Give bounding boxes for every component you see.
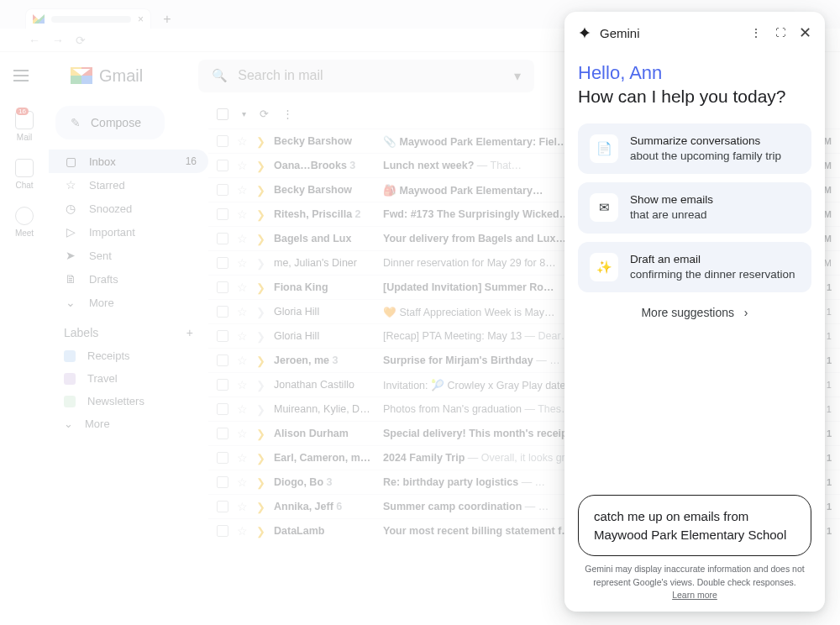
star-icon[interactable]: ☆ <box>237 475 248 489</box>
nav-back-icon[interactable]: ← <box>29 34 40 47</box>
rail-chat[interactable]: Chat <box>15 159 34 190</box>
row-checkbox[interactable] <box>217 233 228 244</box>
row-checkbox[interactable] <box>217 403 228 415</box>
sidebar-item-drafts[interactable]: 🗎Drafts <box>49 267 208 291</box>
row-checkbox[interactable] <box>217 428 228 439</box>
nav-icon: ☆ <box>64 178 77 192</box>
row-checkbox[interactable] <box>217 184 228 196</box>
row-checkbox[interactable] <box>217 355 228 366</box>
row-sender: me, Julian's Diner <box>274 257 375 269</box>
hamburger-menu-icon[interactable] <box>13 75 29 76</box>
suggestion-summarize[interactable]: 📄Summarize conversationsabout the upcomi… <box>578 123 811 174</box>
importance-marker[interactable]: ❯ <box>256 403 265 416</box>
row-checkbox[interactable] <box>217 379 228 391</box>
star-icon[interactable]: ☆ <box>237 159 248 172</box>
row-checkbox[interactable] <box>217 330 228 342</box>
sidebar-item-sent[interactable]: ➤Sent <box>49 244 208 267</box>
sidebar-item-snoozed[interactable]: ◷Snoozed <box>49 197 208 220</box>
nav-forward-icon[interactable]: → <box>52 34 64 47</box>
row-sender: Jonathan Castillo <box>274 379 375 391</box>
star-icon[interactable]: ☆ <box>237 500 248 513</box>
search-options-icon[interactable]: ▾ <box>514 68 521 84</box>
star-icon[interactable]: ☆ <box>237 207 248 221</box>
label-item-more[interactable]: ⌄More <box>49 412 208 435</box>
row-checkbox[interactable] <box>217 160 228 171</box>
refresh-icon[interactable]: ⟳ <box>260 108 269 120</box>
importance-marker[interactable]: ❯ <box>256 355 265 367</box>
importance-marker[interactable]: ❯ <box>256 233 265 245</box>
star-icon[interactable]: ☆ <box>237 232 248 245</box>
row-checkbox[interactable] <box>217 257 228 269</box>
importance-marker[interactable]: ❯ <box>256 208 265 221</box>
importance-marker[interactable]: ❯ <box>256 428 265 440</box>
sidebar-item-inbox[interactable]: ▢Inbox16 <box>49 150 208 173</box>
importance-marker[interactable]: ❯ <box>256 452 265 465</box>
nav-reload-icon[interactable]: ⟳ <box>76 34 86 47</box>
importance-marker[interactable]: ❯ <box>256 306 265 318</box>
importance-marker[interactable]: ❯ <box>256 501 265 513</box>
expand-icon[interactable]: ⛶ <box>775 27 785 39</box>
importance-marker[interactable]: ❯ <box>256 525 265 538</box>
importance-marker[interactable]: ❯ <box>256 160 265 172</box>
importance-marker[interactable]: ❯ <box>256 135 265 148</box>
star-icon[interactable]: ☆ <box>237 427 248 440</box>
label-item-receipts[interactable]: Receipts <box>49 344 208 367</box>
star-icon[interactable]: ☆ <box>237 354 248 367</box>
pencil-icon: ✎ <box>71 116 81 129</box>
sidebar-item-more[interactable]: ⌄More <box>49 291 208 314</box>
tab-close-icon[interactable]: × <box>138 13 144 25</box>
star-icon[interactable]: ☆ <box>237 281 248 294</box>
gemini-spark-icon <box>578 26 591 39</box>
star-icon[interactable]: ☆ <box>237 183 248 197</box>
compose-button[interactable]: ✎ Compose <box>55 106 165 139</box>
row-checkbox[interactable] <box>217 306 228 318</box>
select-all-checkbox[interactable] <box>217 108 228 120</box>
close-icon[interactable]: ✕ <box>799 24 811 42</box>
row-checkbox[interactable] <box>217 501 228 512</box>
row-checkbox[interactable] <box>217 281 228 293</box>
sidebar-item-important[interactable]: ▷Important <box>49 220 208 244</box>
importance-marker[interactable]: ❯ <box>256 379 265 391</box>
nav-label: Sent <box>89 249 112 262</box>
row-checkbox[interactable] <box>217 208 228 220</box>
row-checkbox[interactable] <box>217 452 228 464</box>
star-icon[interactable]: ☆ <box>237 329 248 343</box>
sidebar-item-starred[interactable]: ☆Starred <box>49 173 208 197</box>
star-icon[interactable]: ☆ <box>237 451 248 465</box>
suggestion-unread[interactable]: ✉Show me emailsthat are unread <box>578 182 811 233</box>
star-icon[interactable]: ☆ <box>237 402 248 416</box>
importance-marker[interactable]: ❯ <box>256 476 265 489</box>
gemini-input[interactable]: catch me up on emails from Maywood Park … <box>578 495 811 557</box>
row-checkbox[interactable] <box>217 525 228 537</box>
new-tab-button[interactable]: + <box>158 10 176 29</box>
browser-tab[interactable]: × <box>25 8 151 29</box>
select-dropdown-icon[interactable]: ▾ <box>242 109 246 118</box>
star-icon[interactable]: ☆ <box>237 378 248 391</box>
row-checkbox[interactable] <box>217 476 228 488</box>
label-item-newsletters[interactable]: Newsletters <box>49 390 208 412</box>
search-bar[interactable]: 🔍 Search in mail ▾ <box>198 60 534 92</box>
importance-marker[interactable]: ❯ <box>256 330 265 343</box>
labels-header: Labels + <box>49 314 208 344</box>
importance-marker[interactable]: ❯ <box>256 184 265 197</box>
rail-meet[interactable]: Meet <box>15 207 34 238</box>
learn-more-link[interactable]: Learn more <box>672 590 717 600</box>
star-icon[interactable]: ☆ <box>237 134 248 148</box>
star-icon[interactable]: ☆ <box>237 305 248 318</box>
gmail-logo[interactable]: Gmail <box>71 66 143 86</box>
importance-marker[interactable]: ❯ <box>256 257 265 270</box>
more-options-icon[interactable]: ⋮ <box>750 26 762 39</box>
suggestion-draft[interactable]: ✨Draft an emailconfirming the dinner res… <box>578 242 811 292</box>
gmail-favicon <box>33 14 45 24</box>
label-item-travel[interactable]: Travel <box>49 367 208 390</box>
rail-mail[interactable]: 16 Mail <box>15 111 34 142</box>
more-actions-icon[interactable]: ⋮ <box>282 108 293 120</box>
add-label-icon[interactable]: + <box>186 326 193 339</box>
rail-label: Chat <box>15 181 33 190</box>
more-suggestions-button[interactable]: More suggestions › <box>578 306 811 319</box>
star-icon[interactable]: ☆ <box>237 524 248 538</box>
row-checkbox[interactable] <box>217 135 228 147</box>
importance-marker[interactable]: ❯ <box>256 281 265 294</box>
star-icon[interactable]: ☆ <box>237 256 248 270</box>
label-text: Newsletters <box>87 395 144 407</box>
